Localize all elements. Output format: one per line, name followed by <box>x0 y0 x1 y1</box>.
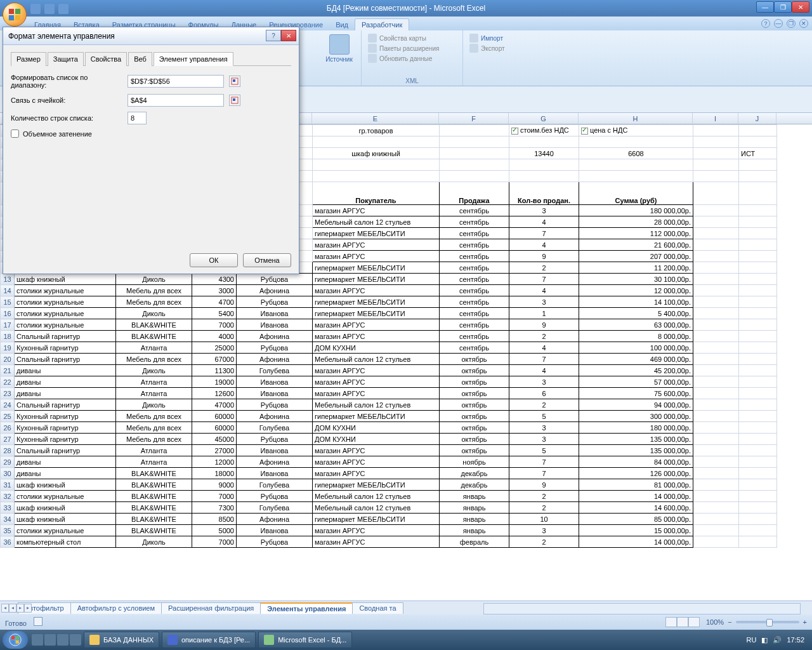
svg-rect-10 <box>16 636 19 639</box>
xml-source-label: Источник <box>325 56 353 63</box>
rows-label: Количество строк списка: <box>11 114 122 122</box>
taskbar-item-folder[interactable]: БАЗА ДАННЫХ <box>84 632 159 648</box>
dialog-tab-1[interactable]: Защита <box>48 52 84 66</box>
svg-rect-12 <box>16 640 19 644</box>
view-buttons[interactable] <box>665 617 700 627</box>
export-button[interactable]: Экспорт <box>468 43 515 53</box>
link-input[interactable] <box>128 94 224 107</box>
tab-nav-arrows[interactable]: ◂◂▸▸ <box>1 604 32 613</box>
window-close-icon[interactable]: ✕ <box>799 19 808 28</box>
range-label: Формировать список по диапазону: <box>11 74 122 89</box>
excel-icon <box>264 635 274 645</box>
clock[interactable]: 17:52 <box>787 636 804 644</box>
svg-rect-0 <box>9 9 14 14</box>
link-selector-button[interactable] <box>229 95 240 106</box>
svg-rect-5 <box>233 79 235 82</box>
office-button[interactable] <box>3 3 27 27</box>
dialog-tab-4[interactable]: Элемент управления <box>154 52 233 66</box>
ext-packs-icon <box>368 44 377 53</box>
taskbar-item-excel[interactable]: Microsoft Excel - БД... <box>258 632 352 648</box>
import-icon <box>469 34 478 43</box>
status-text: Готово <box>5 620 27 627</box>
refresh-data-button[interactable]: Обновить данные <box>367 53 457 63</box>
map-properties-button[interactable]: Свойства карты <box>367 33 457 43</box>
status-bar: Готово 100% − + <box>0 614 812 630</box>
folder-icon <box>89 635 100 645</box>
windows-taskbar: БАЗА ДАННЫХ описание к БД3 [Ре... Micros… <box>0 630 812 650</box>
window-restore-icon[interactable]: ❐ <box>787 19 796 28</box>
zoom-in-icon[interactable]: + <box>803 618 807 626</box>
sheet-tab-4[interactable]: Сводная та <box>352 602 403 614</box>
zoom-slider[interactable] <box>736 621 799 623</box>
export-icon <box>469 44 478 53</box>
taskbar-item-word[interactable]: описание к БД3 [Ре... <box>162 632 256 648</box>
qat-undo-icon[interactable] <box>44 4 55 14</box>
app-title: БД4 [Режим совместимости] - Microsoft Ex… <box>0 4 812 13</box>
dialog-tabs: РазмерЗащитаСвойстваВебЭлемент управлени… <box>11 51 291 66</box>
xml-source-button[interactable]: Источник <box>322 33 356 64</box>
dialog-title: Формат элемента управления <box>8 32 115 41</box>
sheet-tab-1[interactable]: Автофильтр с условием <box>70 602 162 614</box>
ribbon-tab-7[interactable]: Разработчик <box>355 18 409 30</box>
help-icon[interactable]: ? <box>761 19 770 28</box>
macro-record-icon[interactable] <box>34 617 43 626</box>
xml-group-label: XML <box>362 77 462 84</box>
ext-packs-button[interactable]: Пакеты расширения <box>367 43 457 53</box>
zoom-out-icon[interactable]: − <box>728 618 731 626</box>
svg-rect-11 <box>11 640 15 644</box>
format-control-dialog: Формат элемента управления ? ✕ РазмерЗащ… <box>3 27 299 274</box>
window-titlebar: БД4 [Режим совместимости] - Microsoft Ex… <box>0 0 812 17</box>
sheet-tab-3[interactable]: Элементы управления <box>260 602 353 614</box>
close-button[interactable]: ✕ <box>792 1 809 13</box>
import-button[interactable]: Импорт <box>468 33 515 43</box>
restore-button[interactable]: ❐ <box>774 1 792 13</box>
zoom-level: 100% <box>706 618 724 626</box>
dialog-tab-3[interactable]: Веб <box>128 52 152 66</box>
shade-label: Объемное затенение <box>23 130 92 138</box>
start-button[interactable] <box>3 631 28 649</box>
svg-rect-2 <box>9 15 14 20</box>
svg-rect-9 <box>11 636 15 639</box>
dialog-tab-0[interactable]: Размер <box>11 52 46 66</box>
cancel-button[interactable]: Отмена <box>243 253 291 267</box>
svg-rect-3 <box>15 15 20 20</box>
minimize-button[interactable]: — <box>756 1 774 13</box>
qat-save-icon[interactable] <box>30 4 41 14</box>
sheet-tab-2[interactable]: Расширенная фильтрация <box>161 602 261 614</box>
dialog-titlebar[interactable]: Формат элемента управления ? ✕ <box>3 27 299 45</box>
qat-redo-icon[interactable] <box>58 4 69 14</box>
help-controls: ? — ❐ ✕ <box>761 19 808 28</box>
svg-rect-1 <box>15 9 20 14</box>
word-icon <box>167 635 178 645</box>
language-indicator[interactable]: RU <box>747 636 757 644</box>
xml-source-icon <box>329 34 350 55</box>
map-properties-icon <box>368 34 377 43</box>
ribbon-tab-6[interactable]: Вид <box>329 19 355 30</box>
tray-icon[interactable]: ◧ <box>761 636 768 644</box>
shade-checkbox[interactable] <box>11 129 19 138</box>
dialog-tab-2[interactable]: Свойства <box>85 52 127 66</box>
range-input[interactable] <box>128 75 224 88</box>
volume-icon[interactable]: 🔊 <box>773 636 782 644</box>
horizontal-scrollbar[interactable] <box>483 603 801 614</box>
range-selector-button[interactable] <box>229 76 240 87</box>
quick-access-toolbar <box>30 4 69 14</box>
svg-rect-7 <box>233 98 235 101</box>
ok-button[interactable]: ОК <box>190 253 238 267</box>
dialog-close-button[interactable]: ✕ <box>281 30 296 41</box>
svg-point-8 <box>10 634 21 646</box>
rows-input[interactable] <box>128 112 147 124</box>
zoom-control[interactable]: 100% − + <box>706 618 807 626</box>
minimize-ribbon-icon[interactable]: — <box>774 19 783 28</box>
system-tray: RU ◧ 🔊 17:52 <box>747 636 809 644</box>
quick-launch[interactable] <box>32 634 81 646</box>
dialog-help-button[interactable]: ? <box>266 30 281 41</box>
link-label: Связь с ячейкой: <box>11 96 122 104</box>
refresh-icon <box>368 54 377 63</box>
